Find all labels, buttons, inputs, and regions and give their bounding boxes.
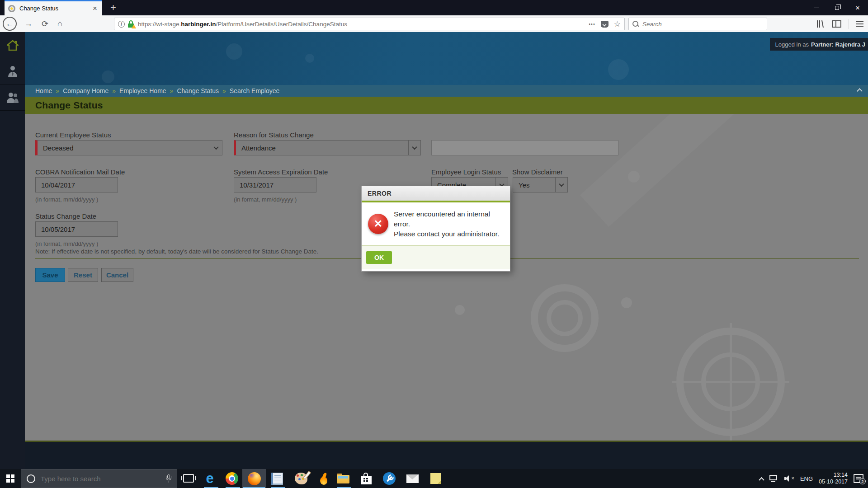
chevron-down-icon[interactable] (555, 178, 567, 192)
start-button[interactable] (6, 474, 14, 483)
url-path: /Platform/UserDetails/UserDetails/Change… (216, 21, 347, 28)
label-status-change-date: Status Change Date (35, 212, 96, 220)
file-explorer-taskbar-icon[interactable] (336, 472, 350, 485)
taskbar-clock[interactable]: 13:14 05-10-2017 (819, 472, 848, 485)
cancel-button[interactable]: Cancel (101, 268, 133, 282)
paint-taskbar-icon[interactable] (294, 472, 308, 485)
clock-time: 13:14 (819, 472, 848, 479)
collapse-chevron-icon[interactable] (857, 88, 863, 94)
url-domain: harbinger.in (181, 21, 216, 28)
breadcrumb-separator: » (112, 87, 116, 94)
pocket-icon[interactable] (601, 21, 609, 28)
toolbar-right (816, 15, 863, 32)
store-taskbar-icon[interactable] (359, 472, 373, 485)
ok-button[interactable]: OK (366, 251, 392, 264)
sticky-notes-taskbar-icon[interactable] (429, 472, 443, 485)
sidebar-item-employees[interactable] (0, 84, 25, 111)
url-bar[interactable]: i https://wt-stage.harbinger.in/Platform… (114, 18, 625, 30)
sidebar-item-profile[interactable] (0, 58, 25, 84)
mail-taskbar-icon[interactable] (406, 472, 419, 485)
page-title-bar: Change Status (25, 97, 868, 114)
edge-taskbar-icon[interactable]: e (203, 472, 217, 485)
cobra-date-hint: (in format, mm/dd/yyyy ) (35, 196, 98, 203)
breadcrumb: Home » Company Home » Employee Home » Ch… (25, 85, 868, 97)
watermark-crosshair (730, 323, 732, 441)
forward-button[interactable]: → (20, 19, 37, 28)
bookmark-star-icon[interactable]: ☆ (614, 19, 621, 29)
nav-buttons: ← → ⟳ ⌂ (3, 15, 67, 32)
reset-button[interactable]: Reset (68, 268, 98, 282)
tray-expand-icon[interactable] (759, 477, 764, 483)
expiration-date-field[interactable] (234, 177, 316, 192)
breadcrumb-search-employee[interactable]: Search Employee (230, 87, 280, 94)
extra-text-input[interactable] (432, 141, 618, 155)
minimize-icon (814, 8, 819, 8)
home-icon (7, 40, 19, 51)
taskbar-search-box[interactable] (21, 469, 177, 488)
new-tab-button[interactable]: + (107, 2, 120, 14)
chrome-taskbar-icon[interactable] (225, 472, 239, 485)
status-change-date-field[interactable] (35, 221, 118, 237)
watermark-band (580, 114, 817, 227)
minimize-button[interactable] (806, 0, 826, 15)
notification-badge: 2 (859, 478, 866, 484)
browser-toolbar: ← → ⟳ ⌂ i https://wt-stage.harbinger.in/… (0, 15, 868, 33)
select-current-employee-status[interactable]: Deceased (35, 140, 222, 155)
browser-search-box[interactable] (628, 18, 767, 30)
reload-button[interactable]: ⟳ (37, 19, 53, 29)
expiration-date-input[interactable] (234, 178, 316, 192)
volume-muted-icon[interactable]: × (784, 475, 794, 482)
select-value: Attendance (236, 144, 408, 152)
home-button[interactable]: ⌂ (53, 19, 67, 28)
firefox-taskbar-icon[interactable] (247, 472, 261, 485)
breadcrumb-home[interactable]: Home (35, 87, 52, 94)
select-reason-for-status-change[interactable]: Attendance (234, 140, 421, 155)
cortana-icon (27, 474, 35, 483)
ssl-lock-icon[interactable] (128, 20, 134, 28)
status-change-date-input[interactable] (36, 222, 118, 236)
chevron-down-icon[interactable] (408, 141, 420, 155)
select-show-disclaimer[interactable]: Yes (513, 177, 568, 192)
action-center-icon[interactable]: 2 (854, 474, 863, 483)
save-button[interactable]: Save (35, 268, 65, 282)
label-login-status: Employee Login Status (431, 168, 501, 176)
page-actions-icon[interactable]: ••• (589, 21, 595, 27)
search-input[interactable] (642, 21, 763, 28)
mixed-content-warning-icon (132, 24, 136, 28)
tab-close-icon[interactable]: × (91, 4, 99, 13)
tab-title: Change Status (19, 5, 91, 12)
notepad-taskbar-icon[interactable] (270, 472, 284, 485)
breadcrumb-separator: » (170, 87, 174, 94)
menu-icon[interactable] (856, 21, 863, 27)
sidebar-item-home[interactable] (0, 32, 25, 58)
extra-text-field[interactable] (431, 140, 618, 155)
network-icon[interactable] (769, 475, 778, 482)
library-icon[interactable] (816, 20, 825, 28)
url-text[interactable]: https://wt-stage.harbinger.in/Platform/U… (138, 21, 589, 28)
sidebar-toggle-icon[interactable] (832, 20, 841, 28)
label-cobra-date: COBRA Notification Mail Date (35, 168, 125, 176)
breadcrumb-change-status[interactable]: Change Status (177, 87, 219, 94)
watermark-dot (628, 171, 640, 183)
close-button[interactable]: × (847, 0, 868, 15)
breadcrumb-employee-home[interactable]: Employee Home (119, 87, 166, 94)
language-indicator[interactable]: ENG (800, 475, 813, 482)
cobra-date-input[interactable] (36, 178, 118, 192)
flame-app-taskbar-icon[interactable] (317, 472, 330, 485)
chevron-down-icon[interactable] (210, 141, 222, 155)
error-message-line1: Server encountered an internal error. (394, 209, 504, 229)
url-actions: ••• ☆ (589, 19, 621, 29)
cobra-date-field[interactable] (35, 177, 118, 192)
back-button[interactable]: ← (3, 17, 17, 31)
error-dialog-title: ERROR (362, 186, 510, 202)
tab-change-status[interactable]: Change Status × (5, 0, 102, 15)
error-dialog: ERROR ✕ Server encountered an internal e… (362, 186, 510, 271)
settings-tool-taskbar-icon[interactable] (382, 472, 396, 485)
app-sidebar (0, 32, 25, 469)
page-info-icon[interactable]: i (118, 21, 125, 28)
restore-button[interactable] (826, 0, 847, 15)
microphone-icon[interactable] (166, 474, 171, 483)
task-view-icon[interactable] (183, 474, 194, 483)
taskbar-search-input[interactable] (41, 475, 166, 483)
breadcrumb-company-home[interactable]: Company Home (63, 87, 108, 94)
